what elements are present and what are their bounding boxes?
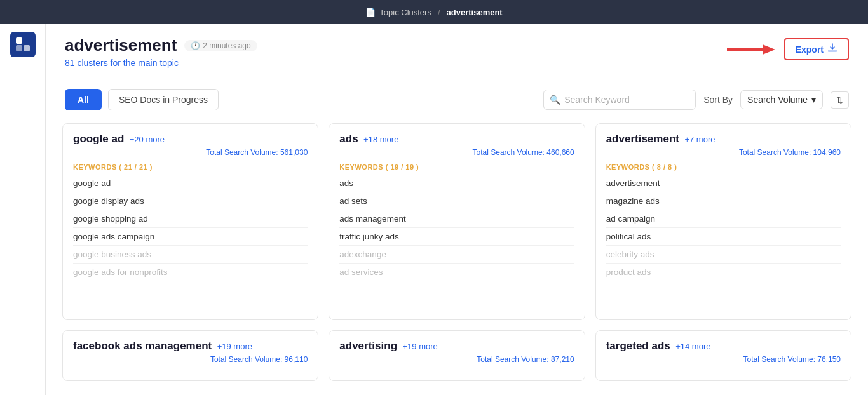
bottom-card-volume-0: Total Search Volume: 96,110 xyxy=(73,355,308,364)
search-sort-group: 🔍 Sort By Search Volume ▾ ⇅ xyxy=(543,90,849,110)
toolbar: All SEO Docs in Progress 🔍 Sort By Searc… xyxy=(46,77,868,118)
breadcrumb-separator: / xyxy=(438,8,440,17)
bottom-card-header-1: advertising +19 more xyxy=(339,340,574,352)
topbar-icon: 📄 xyxy=(365,8,376,17)
keyword-item: ad services xyxy=(339,264,574,281)
bottom-cluster-card: targeted ads +14 more Total Search Volum… xyxy=(595,330,851,381)
bottom-card-title-0: facebook ads management xyxy=(73,340,212,352)
cluster-card: advertisement +7 more Total Search Volum… xyxy=(595,123,851,320)
title-text: advertisement xyxy=(65,36,177,55)
export-label: Export xyxy=(796,44,824,55)
card-more-2[interactable]: +7 more xyxy=(684,135,715,144)
keyword-item: google shopping ad xyxy=(73,210,308,228)
card-title-1: ads xyxy=(339,133,358,145)
keyword-item: google ads campaign xyxy=(73,228,308,246)
breadcrumb-parent[interactable]: Topic Clusters xyxy=(379,8,431,17)
cluster-card: google ad +20 more Total Search Volume: … xyxy=(62,123,318,320)
bottom-card-volume-2: Total Search Volume: 76,150 xyxy=(606,355,841,364)
sort-select[interactable]: Search Volume ▾ xyxy=(740,90,823,109)
bottom-card-header-0: facebook ads management +19 more xyxy=(73,340,308,352)
svg-rect-5 xyxy=(828,50,837,52)
keyword-item: ad sets xyxy=(339,192,574,210)
time-text: 2 minutes ago xyxy=(203,41,250,50)
keyword-item: google ads for nonprofits xyxy=(73,264,308,281)
keyword-item: google business ads xyxy=(73,246,308,264)
chevron-down-icon: ▾ xyxy=(811,95,816,105)
keyword-item: celebrity ads xyxy=(606,246,841,264)
bottom-card-volume-1: Total Search Volume: 87,210 xyxy=(339,355,574,364)
export-button[interactable]: Export xyxy=(784,38,849,60)
main-content: advertisement 🕐 2 minutes ago 81 cluster… xyxy=(46,24,868,395)
bottom-cluster-card: advertising +19 more Total Search Volume… xyxy=(329,330,585,381)
card-more-1[interactable]: +18 more xyxy=(363,135,398,144)
card-volume-2: Total Search Volume: 104,960 xyxy=(606,148,841,157)
keyword-item: ads xyxy=(339,175,574,192)
export-icon xyxy=(827,43,837,55)
clock-icon: 🕐 xyxy=(191,41,200,50)
svg-rect-0 xyxy=(16,37,22,44)
card-header-0: google ad +20 more xyxy=(73,133,308,145)
card-more-0[interactable]: +20 more xyxy=(130,135,165,144)
bottom-card-title-1: advertising xyxy=(339,340,397,352)
red-arrow xyxy=(724,41,775,58)
logo-svg xyxy=(15,36,31,53)
bottom-card-more-1[interactable]: +19 more xyxy=(402,342,437,351)
card-volume-0: Total Search Volume: 561,030 xyxy=(73,148,308,157)
svg-rect-2 xyxy=(16,45,22,51)
page-header: advertisement 🕐 2 minutes ago 81 cluster… xyxy=(46,24,868,77)
search-wrapper: 🔍 xyxy=(543,90,696,110)
keywords-label-2: KEYWORDS ( 8 / 8 ) xyxy=(606,163,841,171)
bottom-card-more-0[interactable]: +19 more xyxy=(217,342,252,351)
bottom-cluster-card: facebook ads management +19 more Total S… xyxy=(62,330,318,381)
page-title: advertisement 🕐 2 minutes ago xyxy=(65,36,257,55)
app-logo[interactable] xyxy=(10,32,36,57)
cluster-card: ads +18 more Total Search Volume: 460,66… xyxy=(329,123,585,320)
keyword-item: political ads xyxy=(606,228,841,246)
bottom-card-title-2: targeted ads xyxy=(606,340,670,352)
header-left: advertisement 🕐 2 minutes ago 81 cluster… xyxy=(65,36,257,68)
seo-docs-filter-button[interactable]: SEO Docs in Progress xyxy=(108,89,219,110)
keyword-item: product ads xyxy=(606,264,841,281)
keyword-item: magazine ads xyxy=(606,192,841,210)
card-title-2: advertisement xyxy=(606,133,679,145)
bottom-card-more-2[interactable]: +14 more xyxy=(675,342,710,351)
keyword-item: google ad xyxy=(73,175,308,192)
card-header-2: advertisement +7 more xyxy=(606,133,841,145)
keyword-item: ad campaign xyxy=(606,210,841,228)
bottom-card-header-2: targeted ads +14 more xyxy=(606,340,841,352)
all-filter-button[interactable]: All xyxy=(65,89,102,110)
keyword-list-2: advertisement magazine ads ad campaign p… xyxy=(606,175,841,281)
svg-marker-4 xyxy=(763,44,775,55)
time-badge: 🕐 2 minutes ago xyxy=(184,40,257,51)
svg-rect-1 xyxy=(24,45,30,51)
sort-order-button[interactable]: ⇅ xyxy=(831,91,849,109)
header-right: Export xyxy=(724,38,849,60)
keyword-item: google display ads xyxy=(73,192,308,210)
breadcrumb-current: advertisement xyxy=(447,8,503,17)
keyword-item: advertisement xyxy=(606,175,841,192)
sort-order-icon: ⇅ xyxy=(836,95,843,105)
keyword-item: ads management xyxy=(339,210,574,228)
clusters-subtitle: 81 clusters for the main topic xyxy=(65,58,257,68)
search-input[interactable] xyxy=(543,90,696,110)
sidebar xyxy=(0,24,46,395)
keywords-label-1: KEYWORDS ( 19 / 19 ) xyxy=(339,163,574,171)
keyword-list-0: google ad google display ads google shop… xyxy=(73,175,308,281)
card-title-0: google ad xyxy=(73,133,124,145)
card-volume-1: Total Search Volume: 460,660 xyxy=(339,148,574,157)
sort-value: Search Volume xyxy=(747,95,808,105)
bottom-cards-grid: facebook ads management +19 more Total S… xyxy=(46,325,868,386)
keyword-item: adexchange xyxy=(339,246,574,264)
card-header-1: ads +18 more xyxy=(339,133,574,145)
filter-group: All SEO Docs in Progress xyxy=(65,89,219,110)
keyword-list-1: ads ad sets ads management traffic junky… xyxy=(339,175,574,281)
cards-grid: google ad +20 more Total Search Volume: … xyxy=(46,118,868,325)
main-layout: advertisement 🕐 2 minutes ago 81 cluster… xyxy=(0,24,868,395)
arrow-indicator xyxy=(724,41,775,58)
keyword-item: traffic junky ads xyxy=(339,228,574,246)
sort-by-label: Sort By xyxy=(703,95,733,105)
keywords-label-0: KEYWORDS ( 21 / 21 ) xyxy=(73,163,308,171)
top-bar: 📄 Topic Clusters / advertisement xyxy=(0,0,868,24)
